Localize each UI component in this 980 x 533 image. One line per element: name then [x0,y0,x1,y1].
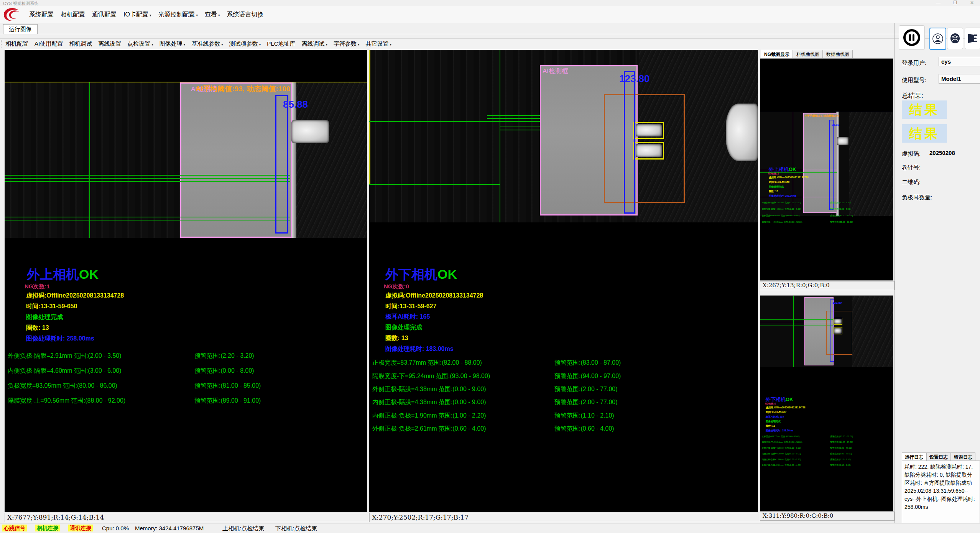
virtual-code-label: 虚拟码: [902,150,921,158]
tool-camera-debug[interactable]: 相机调试 [69,40,92,48]
ai-detect-box-label: AI检测框 [543,67,568,76]
title-bar: CYS-视觉检测系统 — ❐ ✕ [0,0,980,6]
result-box-upper: 结果 [902,100,947,119]
app-logo-icon [2,7,24,22]
time-line: 时间:13-31-59-627 [385,303,436,311]
result-box-lower: 结果 [902,124,947,143]
total-result-label: 总结果: [902,91,923,100]
qr-code-label: 二维码: [902,179,921,186]
frame-count-line: 圈数: 13 [26,324,49,332]
menu-bar: 系统配置 相机配置 通讯配置 IO卡配置▾ 光源控制配置▾ 查看▾ 系统语言切换 [0,6,980,23]
dropdown-arrow-icon: ▾ [150,13,151,17]
upper-camera-coords: X:7677;Y:891;R:14;G:14;B:14 [5,513,369,522]
measure-value-label: 85.88 [283,99,308,110]
login-user-field[interactable]: cys [939,57,980,66]
tab-detect-box [633,142,664,160]
user-button[interactable] [929,28,946,50]
maximize-icon[interactable]: ❐ [952,0,958,5]
close-icon[interactable]: ✕ [969,0,975,5]
tool-other-settings[interactable]: 其它设置▾ [366,40,392,48]
measurement-row: 内侧正极-隔膜=4.38mm 范围:(0.00 - 9.00)预警范围:(2.0… [372,398,752,406]
virtual-code-line: 虚拟码:Offline20250208133134728 [385,292,483,300]
process-done-line: 图像处理完成 [26,313,63,321]
tab-ng-snapshot[interactable]: NG截图显示 [761,50,793,59]
tool-test-item-params[interactable]: 测试项参数▾ [229,40,261,48]
menu-view[interactable]: 查看▾ [205,11,220,19]
virtual-code-line: 虚拟码:Offline20250208133134728 [26,292,124,300]
dropdown-arrow-icon: ▾ [196,13,198,17]
tool-ai-use-config[interactable]: AI使用配置 [35,40,63,48]
lower-camera-coords: X:270;Y:2502;R:17;G:17;B:17 [369,513,760,522]
info-column-divider [894,23,894,533]
measurement-row: 正极宽度=83.77mm 范围:(82.00 - 88.00)预警范围:(83.… [372,359,752,367]
menu-camera-config[interactable]: 相机配置 [61,11,85,19]
logout-button[interactable] [965,28,980,49]
dropdown-arrow-icon: ▾ [326,43,328,46]
camera-result-title: 外上相机OK [27,266,99,283]
virtual-code-value: 20250208 [929,150,955,156]
dropdown-arrow-icon: ▾ [221,43,223,46]
frame-count-line: 圈数: 13 [385,334,408,342]
sidebar-tabs: NG截图显示 料线曲线图 数据曲线图 [761,50,853,59]
measurement-row: 负极宽度=83.05mm 范围:(80.00 - 86.00)预警范围:(81.… [8,382,364,390]
tool-image-process[interactable]: 图像处理▾ [159,40,186,48]
electrode-tab-blob [291,120,329,143]
minimize-icon[interactable]: — [936,0,941,5]
measurement-row: 隔膜宽度-上=90.56mm 范围:(88.00 - 92.00)预警范围:(8… [8,397,364,405]
ng-count-label: NG次数:1 [25,283,50,290]
ng-snapshot-upper[interactable]: AI平均阈值:93, 动态阈值:100 85.88 外上相机OK NG次数:1 … [760,58,893,281]
time-line: 时间:13-31-59-650 [26,303,77,311]
camera-result-title: 外下相机OK [385,266,457,283]
tool-offline-debug[interactable]: 离线调试▾ [302,40,328,48]
lower-camera-image: AI检测框 123.80 [369,50,758,222]
tool-offline-setting[interactable]: 离线设置 [98,40,121,48]
measurement-row: 外侧正极-负极=2.61mm 范围:(0.60 - 4.00)预警范围:(0.6… [372,425,752,433]
ng-snapshot-upper-coords: X:267;Y:13;R:0;G:0;B:0 [760,281,895,290]
tool-spot-check[interactable]: 点检设置▾ [127,40,153,48]
pause-button[interactable] [899,25,925,50]
tab-data-curve[interactable]: 数据曲线图 [823,50,853,59]
ng-snapshot-lower[interactable]: 123.80 外下相机OK NG次数:0 虚拟码:Offline20250208… [760,295,893,512]
tab-ai-time-line: 极耳AI耗时: 165 [385,313,430,321]
measurement-row: 内侧正极-负极=1.90mm 范围:(1.00 - 2.20)预警范围:(1.1… [372,412,752,420]
menu-system-config[interactable]: 系统配置 [29,11,54,19]
process-done-line: 图像处理完成 [385,324,422,332]
upper-camera-check-text: 上相机:点检结束 [222,525,264,532]
elapsed-line: 图像处理耗时: 183.00ms [385,345,454,353]
toolbar-grip-handle[interactable] [1,40,3,48]
app-window: CYS-视觉检测系统 — ❐ ✕ 系统配置 相机配置 通讯配置 IO卡配置▾ 光… [0,0,980,533]
window-title: CYS-视觉检测系统 [3,1,38,7]
tab-run-image[interactable]: 运行图像 [3,24,38,34]
user-group-button[interactable] [947,28,963,49]
model-field[interactable]: Model1 [939,74,980,84]
menu-io-card-config[interactable]: IO卡配置▾ [123,11,151,19]
menu-light-control-config[interactable]: 光源控制配置▾ [158,11,198,19]
measurement-row: 外侧正极-隔膜=4.38mm 范围:(0.00 - 9.00)预警范围:(2.0… [372,385,752,393]
comm-link-badge: 通讯连接 [68,525,93,531]
tab-line-curve[interactable]: 料线曲线图 [793,50,823,59]
memory-usage-text: Memory: 3424.41796875M [135,525,204,531]
run-log-text[interactable]: 耗时: 222, 缺陷检测耗时: 17, 缺陷分类耗时: 0, 缺陷提取分区耗时… [902,461,980,533]
negative-tab-count-label: 负极耳数量: [902,194,932,201]
tool-plc-address-lib[interactable]: PLC地址库 [267,40,295,48]
ai-threshold-label: AI平均阈值:93, 动态阈值:100 [196,84,290,94]
lower-camera-check-text: 下相机:点检结束 [275,525,317,532]
menu-comm-config[interactable]: 通讯配置 [92,11,117,19]
user-group-icon [949,33,961,44]
measurement-row: 外侧负极-隔膜=2.91mm 范围:(2.00 - 3.50)预警范围:(2.2… [8,352,364,360]
lower-camera-view: AI检测框 123.80 外下相机OK NG次数:0 虚拟码:Offline20… [369,50,758,512]
measure-roi-box [624,71,635,214]
elapsed-line: 图像处理耗时: 258.00ms [26,335,94,343]
menu-language-switch[interactable]: 系统语言切换 [227,11,263,19]
tool-camera-config[interactable]: 相机配置 [5,40,28,48]
pause-icon [903,28,921,47]
dropdown-arrow-icon: ▾ [184,43,186,46]
tool-baseline-params[interactable]: 基准线参数▾ [191,40,223,48]
ng-snapshot-lower-coords: X:311;Y:980;R:0;G:0;B:0 [760,512,895,521]
measure-roi-box [275,95,288,234]
tool-char-params[interactable]: 字符参数▾ [334,40,360,48]
measurement-row: 隔膜宽度-下=95.24mm 范围:(93.00 - 98.00)预警范围:(9… [372,372,752,380]
dropdown-arrow-icon: ▾ [151,43,153,46]
tab-detect-box [633,122,664,139]
measure-value-label: 123.80 [619,73,650,85]
